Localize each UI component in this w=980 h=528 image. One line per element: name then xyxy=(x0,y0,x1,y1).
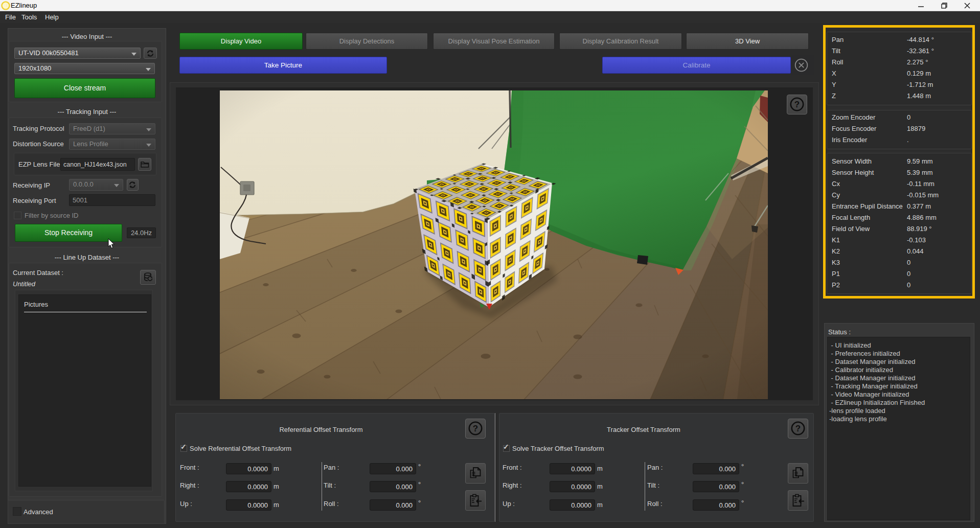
svg-text:?: ? xyxy=(473,424,478,433)
svg-text:?: ? xyxy=(794,100,800,109)
svg-text:?: ? xyxy=(795,424,801,433)
